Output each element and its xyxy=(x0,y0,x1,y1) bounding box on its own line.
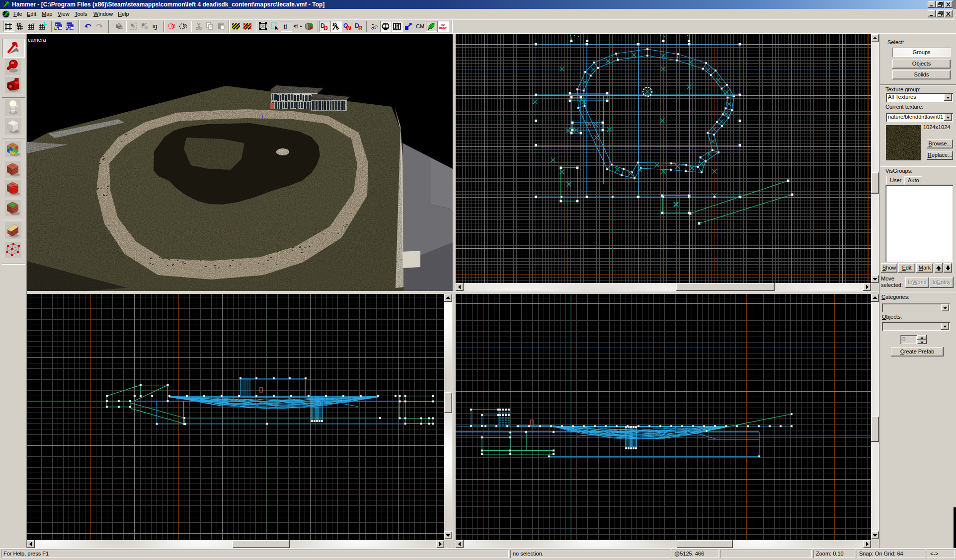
svg-text:tl: tl xyxy=(284,23,287,30)
svg-text:R: R xyxy=(358,25,363,30)
svg-text:draw: draw xyxy=(439,26,447,30)
svg-text:W: W xyxy=(346,25,351,30)
svg-text:no: no xyxy=(441,23,445,26)
svg-text:S: S xyxy=(66,26,69,30)
svg-text:CM: CM xyxy=(416,23,424,29)
svg-text:ig: ig xyxy=(153,23,157,30)
svg-text:D: D xyxy=(323,25,328,30)
svg-text:tl: tl xyxy=(295,24,298,29)
svg-text:L: L xyxy=(54,26,57,30)
